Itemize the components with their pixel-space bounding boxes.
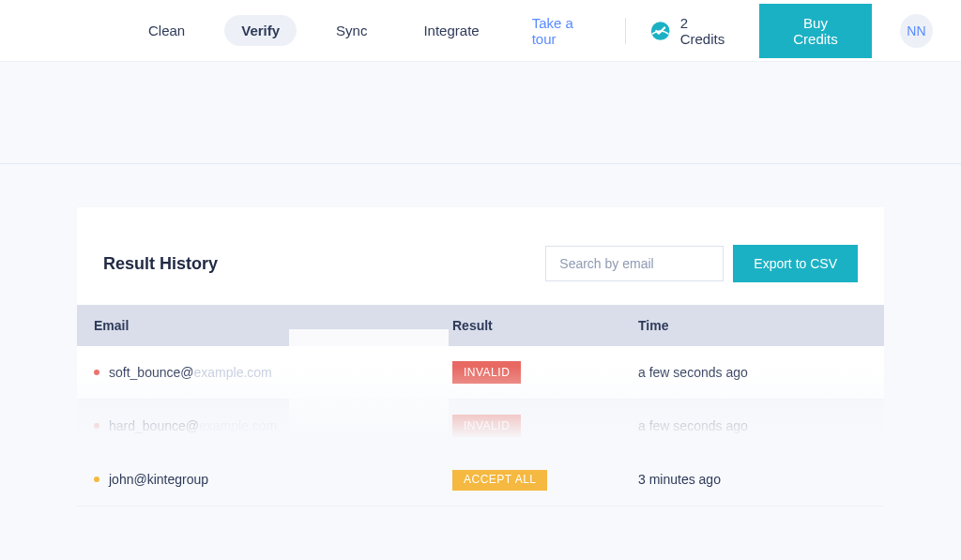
- content-wrap: Result History Export to CSV Email Resul…: [0, 62, 961, 470]
- cell-time: a few seconds ago: [638, 365, 884, 380]
- buy-credits-button[interactable]: Buy Credits: [759, 4, 872, 58]
- email-text: john@kintegroup: [109, 472, 208, 487]
- cell-result: INVALID: [452, 361, 638, 384]
- status-dot-icon: [94, 423, 99, 429]
- result-badge: INVALID: [452, 361, 521, 384]
- cell-result: INVALID: [452, 415, 638, 437]
- nav-item-integrate[interactable]: Integrate: [406, 15, 496, 46]
- cell-time: a few seconds ago: [638, 418, 884, 433]
- card-title: Result History: [103, 254, 218, 274]
- cell-result: ACCEPT ALL: [452, 468, 638, 491]
- cell-time: 3 minutes ago: [638, 472, 884, 487]
- email-text: hard_bounce@example.com: [109, 418, 277, 433]
- top-header: Clean Verify Sync Integrate Take a tour …: [0, 0, 961, 62]
- credits-icon: [650, 21, 670, 41]
- card-header: Result History Export to CSV: [77, 245, 884, 282]
- table-header: Email Result Time: [77, 305, 884, 346]
- card-controls: Export to CSV: [545, 245, 858, 282]
- nav-item-verify[interactable]: Verify: [224, 15, 297, 46]
- nav-item-sync[interactable]: Sync: [319, 15, 384, 46]
- nav-divider: [625, 18, 626, 44]
- credits-count: 2 Credits: [680, 15, 735, 47]
- table-row[interactable]: john@kintegroup ACCEPT ALL 3 minutes ago: [77, 453, 884, 507]
- table-row[interactable]: hard_bounce@example.com INVALID a few se…: [77, 400, 884, 453]
- col-header-result: Result: [452, 318, 638, 333]
- separator-line: [0, 163, 961, 164]
- status-dot-icon: [94, 370, 99, 375]
- result-history-card: Result History Export to CSV Email Resul…: [77, 207, 884, 470]
- cell-email: hard_bounce@example.com: [77, 418, 452, 433]
- result-badge: ACCEPT ALL: [452, 468, 547, 491]
- export-csv-button[interactable]: Export to CSV: [733, 245, 858, 282]
- user-avatar[interactable]: NN: [900, 14, 933, 48]
- nav-item-clean[interactable]: Clean: [131, 15, 202, 46]
- take-a-tour-link[interactable]: Take a tour: [532, 15, 590, 47]
- search-input[interactable]: [545, 246, 724, 281]
- main-nav: Clean Verify Sync Integrate Take a tour: [131, 15, 626, 47]
- status-dot-icon: [94, 477, 99, 482]
- results-table: Email Result Time soft_bounce@example.co…: [77, 305, 884, 507]
- cell-email: soft_bounce@example.com: [77, 365, 452, 380]
- result-badge: INVALID: [452, 415, 521, 437]
- table-row[interactable]: soft_bounce@example.com INVALID a few se…: [77, 346, 884, 400]
- cell-email: john@kintegroup: [77, 472, 452, 487]
- col-header-time: Time: [638, 318, 884, 333]
- col-header-email: Email: [77, 318, 452, 333]
- email-text: soft_bounce@example.com: [109, 365, 272, 380]
- credits-area: 2 Credits: [650, 15, 735, 47]
